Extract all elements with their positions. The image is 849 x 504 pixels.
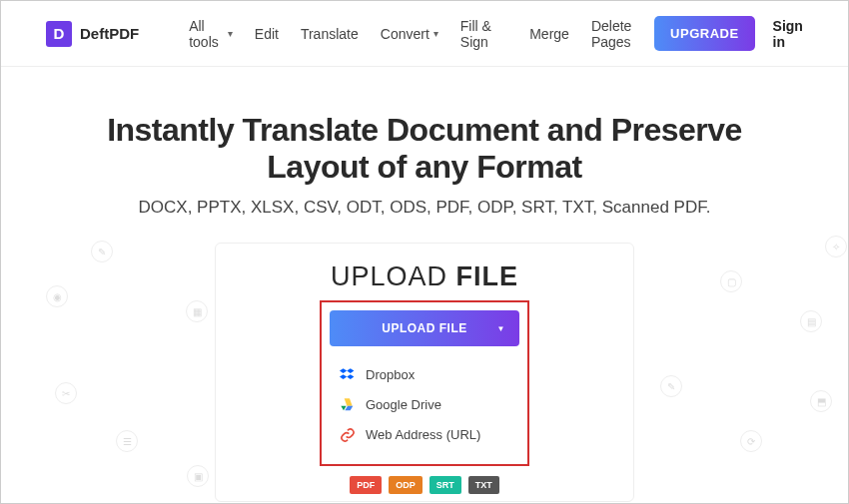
dropbox-icon — [340, 367, 356, 383]
nav-merge[interactable]: Merge — [529, 26, 569, 42]
bg-icon: ▤ — [800, 310, 822, 332]
hero: Instantly Translate Document and Preserv… — [1, 67, 848, 233]
nav-delete-pages[interactable]: Delete Pages — [591, 18, 654, 50]
source-label: Dropbox — [366, 367, 415, 382]
bg-icon: ☰ — [116, 430, 138, 452]
logo[interactable]: D DeftPDF — [46, 21, 139, 47]
nav-all-tools[interactable]: All tools▾ — [189, 18, 233, 50]
upload-heading: UPLOAD FILE — [216, 261, 633, 292]
source-url[interactable]: Web Address (URL) — [330, 420, 519, 450]
upload-dropdown: UPLOAD FILE ▼ Dropbox Google Drive Web — [320, 300, 529, 466]
chevron-down-icon: ▾ — [433, 28, 438, 39]
nav-convert[interactable]: Convert▾ — [381, 26, 438, 42]
logo-icon: D — [46, 21, 72, 47]
bg-icon: ✧ — [825, 236, 847, 257]
upload-panel: UPLOAD FILE UPLOAD FILE ▼ Dropbox Google… — [215, 243, 634, 502]
bg-icon: ⬒ — [810, 390, 832, 412]
source-label: Web Address (URL) — [366, 427, 480, 442]
link-icon — [340, 427, 356, 443]
upload-file-button[interactable]: UPLOAD FILE ▼ — [330, 310, 519, 346]
bg-icon: ▦ — [186, 300, 208, 322]
nav-translate[interactable]: Translate — [301, 26, 359, 42]
nav-fill-sign[interactable]: Fill & Sign — [460, 18, 507, 50]
format-badges: PDF ODP SRT TXT — [216, 476, 633, 494]
bg-icon: ✎ — [660, 375, 682, 397]
badge-srt: SRT — [429, 476, 461, 494]
logo-text: DeftPDF — [80, 25, 139, 42]
source-google-drive[interactable]: Google Drive — [330, 390, 519, 420]
page-title: Instantly Translate Document and Preserv… — [61, 112, 788, 186]
bg-icon: ◉ — [46, 285, 68, 307]
header: D DeftPDF All tools▾ Edit Translate Conv… — [1, 1, 848, 67]
bg-icon: ▣ — [187, 465, 209, 487]
badge-pdf: PDF — [350, 476, 382, 494]
page-subtitle: DOCX, PPTX, XLSX, CSV, ODT, ODS, PDF, OD… — [61, 198, 788, 218]
upgrade-button[interactable]: UPGRADE — [654, 16, 755, 51]
google-drive-icon — [340, 397, 356, 413]
bg-icon: ✎ — [91, 241, 113, 262]
source-label: Google Drive — [366, 397, 441, 412]
source-dropbox[interactable]: Dropbox — [330, 360, 519, 390]
dropdown-caret-icon: ▼ — [497, 323, 505, 332]
header-right: UPGRADE Sign in — [654, 16, 803, 51]
signin-link[interactable]: Sign in — [773, 18, 803, 50]
bg-icon: ⟳ — [740, 430, 762, 452]
badge-txt: TXT — [468, 476, 499, 494]
upload-source-list: Dropbox Google Drive Web Address (URL) — [330, 354, 519, 456]
bg-icon: ▢ — [720, 270, 742, 292]
chevron-down-icon: ▾ — [228, 28, 233, 39]
bg-icon: ✂ — [55, 382, 77, 404]
badge-odp: ODP — [389, 476, 423, 494]
nav-edit[interactable]: Edit — [255, 26, 279, 42]
nav: All tools▾ Edit Translate Convert▾ Fill … — [189, 18, 654, 50]
